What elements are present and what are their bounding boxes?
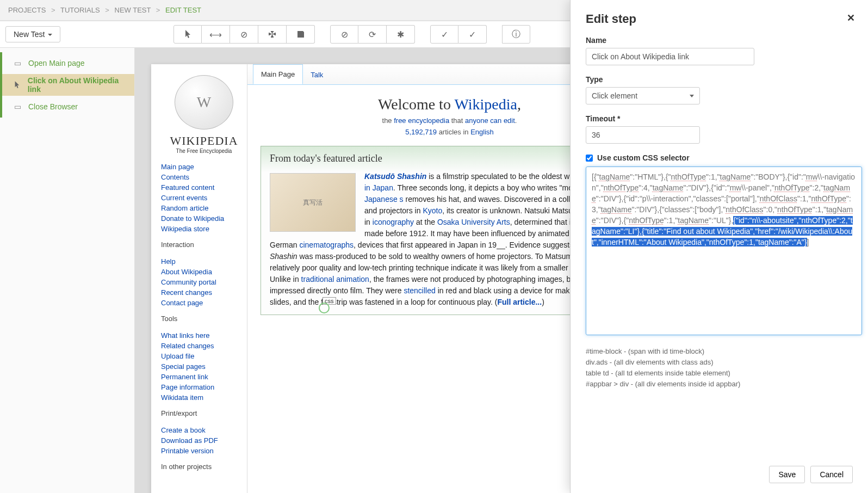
- info-tool-icon[interactable]: ⓘ: [502, 25, 530, 44]
- article-link[interactable]: traditional animation: [301, 275, 369, 284]
- wiki-link-about[interactable]: About Wikipedia: [161, 267, 247, 277]
- hint-row: div.ads - (all div elements with class a…: [586, 357, 853, 368]
- crumb-sep: >: [51, 6, 55, 14]
- new-test-dropdown[interactable]: New Test: [5, 26, 60, 42]
- article-link[interactable]: stencilled: [404, 286, 435, 295]
- window-icon: ▭: [13, 59, 22, 67]
- hint-row: #appbar > div - (all div elements inside…: [586, 379, 853, 390]
- wiki-link[interactable]: Random article: [161, 203, 247, 213]
- use-css-checkbox[interactable]: [586, 155, 593, 162]
- wiki-section-h: Interaction: [161, 241, 247, 249]
- timeout-label: Timeout *: [586, 114, 853, 123]
- wiki-link[interactable]: Wikipedia store: [161, 224, 247, 234]
- tab-talk[interactable]: Talk: [303, 65, 331, 84]
- disable-tool-icon[interactable]: ⊘: [230, 25, 258, 44]
- css-selector-textarea[interactable]: [{"tagName":"HTML"},{"nthOfType":1,"tagN…: [586, 167, 862, 335]
- article-link[interactable]: Japanese s: [364, 195, 404, 204]
- crumb-sep: >: [156, 6, 160, 14]
- align-tool-icon[interactable]: ⧾: [258, 25, 287, 44]
- tab-main-page[interactable]: Main Page: [253, 64, 303, 84]
- article-link[interactable]: cinematographs: [299, 241, 354, 249]
- block-tool-icon[interactable]: ⊘: [330, 25, 358, 44]
- name-input[interactable]: [586, 48, 754, 65]
- wiki-link[interactable]: Special pages: [161, 361, 247, 372]
- crumb-new-test[interactable]: NEW TEST: [115, 6, 151, 14]
- full-article-link[interactable]: Full article...: [497, 298, 542, 306]
- wiki-tagline: The Free Encyclopedia: [176, 148, 232, 154]
- step-label: Close Browser: [28, 102, 78, 111]
- wiki-link[interactable]: Related changes: [161, 341, 247, 351]
- check-tool-icon[interactable]: ✓: [430, 25, 458, 44]
- wiki-link[interactable]: Printable version: [161, 446, 247, 456]
- wiki-link[interactable]: What links here: [161, 330, 247, 341]
- type-select[interactable]: Click element: [586, 87, 700, 104]
- toolbar-group-1: ⟷ ⊘ ⧾: [173, 25, 315, 44]
- step-close-browser[interactable]: ▭ Close Browser: [0, 96, 134, 118]
- link-free[interactable]: free: [394, 116, 406, 125]
- edit-step-modal: Edit step ✕ Name Type Click element Time…: [570, 0, 868, 493]
- crumb-tutorials[interactable]: TUTORIALS: [60, 6, 100, 14]
- wiki-link[interactable]: Wikidata item: [161, 392, 247, 403]
- wiki-section-h: In other projects: [161, 463, 247, 471]
- wiki-link[interactable]: Help: [161, 256, 247, 267]
- wiki-link[interactable]: Community portal: [161, 277, 247, 287]
- star-tool-icon[interactable]: ✱: [387, 25, 415, 44]
- wiki-link[interactable]: Featured content: [161, 182, 247, 193]
- close-icon[interactable]: ✕: [847, 12, 855, 24]
- wiki-link[interactable]: Page information: [161, 382, 247, 392]
- wiki-link[interactable]: Contact page: [161, 298, 247, 308]
- hint-row: #time-block - (span with id time-block): [586, 346, 853, 357]
- refresh-tool-icon[interactable]: ⟳: [358, 25, 387, 44]
- split-tool-icon[interactable]: ⟷: [202, 25, 230, 44]
- step-label: Open Main page: [28, 59, 85, 67]
- breadcrumb: PROJECTS > TUTORIALS > NEW TEST > EDIT T…: [8, 6, 201, 14]
- crumb-projects[interactable]: PROJECTS: [8, 6, 46, 14]
- name-label: Name: [586, 36, 853, 45]
- cancel-button[interactable]: Cancel: [810, 466, 853, 483]
- article-title-link[interactable]: Katsudō Shashin: [364, 172, 426, 181]
- wiki-logo-icon: W WIKIPEDIA The Free Encyclopedia: [166, 75, 242, 154]
- wiki-link[interactable]: Main page: [161, 162, 247, 172]
- modal-title: Edit step: [586, 12, 853, 26]
- link-stats[interactable]: 5,192,719: [405, 128, 437, 136]
- check2-tool-icon[interactable]: ✓: [458, 25, 487, 44]
- article-link[interactable]: Kyoto: [423, 206, 442, 215]
- link-edit[interactable]: anyone can edit: [465, 116, 515, 125]
- link-english[interactable]: English: [470, 128, 494, 136]
- steps-sidebar: ▭ Open Main page Click on About Wikipedi…: [0, 48, 135, 493]
- wiki-link[interactable]: Create a book: [161, 425, 247, 435]
- pointer-icon: [13, 81, 21, 89]
- link-encyclopedia[interactable]: encyclopedia: [408, 116, 449, 125]
- step-click-about[interactable]: Click on About Wikipedia link: [0, 74, 134, 96]
- toolbar-group-4: ⓘ: [502, 25, 530, 44]
- wiki-link[interactable]: Permanent link: [161, 372, 247, 382]
- toolbar-group-3: ✓ ✓: [430, 25, 487, 44]
- toolbar-group-2: ⊘ ⟳ ✱: [330, 25, 415, 44]
- wiki-link[interactable]: Contents: [161, 172, 247, 182]
- thumbnail-icon: 真写活: [270, 173, 356, 232]
- wiki-link[interactable]: Recent changes: [161, 287, 247, 298]
- wiki-link[interactable]: Current events: [161, 193, 247, 203]
- wiki-link[interactable]: Donate to Wikipedia: [161, 213, 247, 224]
- crumb-edit-test: EDIT TEST: [165, 6, 201, 14]
- wiki-section-h: Tools: [161, 315, 247, 323]
- wiki-link[interactable]: Upload file: [161, 351, 247, 361]
- window-icon: ▭: [13, 102, 22, 111]
- use-css-label: Use custom CSS selector: [597, 153, 690, 162]
- step-open-main[interactable]: ▭ Open Main page: [0, 52, 134, 74]
- type-label: Type: [586, 75, 853, 84]
- timeout-input[interactable]: [586, 126, 700, 144]
- article-link[interactable]: Osaka University Arts: [437, 218, 510, 226]
- pointer-tool-icon[interactable]: [173, 25, 202, 44]
- article-link[interactable]: iconography: [373, 218, 414, 226]
- wiki-section-h: Print/export: [161, 409, 247, 417]
- save-tool-icon[interactable]: [287, 25, 315, 44]
- step-label: Click on About Wikipedia link: [28, 76, 126, 94]
- save-button[interactable]: Save: [769, 466, 805, 483]
- wiki-nav: Main page Contents Featured content Curr…: [161, 162, 247, 234]
- wiki-link[interactable]: Download as PDF: [161, 435, 247, 446]
- cursor-indicator-icon: [319, 303, 330, 313]
- selector-hints: #time-block - (span with id time-block) …: [586, 346, 853, 390]
- hint-row: table td - (all td elements inside table…: [586, 368, 853, 379]
- crumb-sep: >: [105, 6, 109, 14]
